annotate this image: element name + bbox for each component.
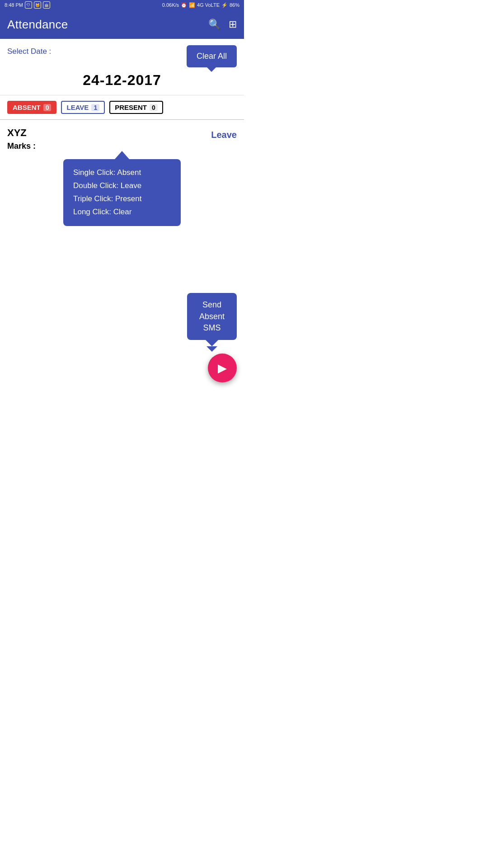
main-content: Select Date : Clear All 24-12-2017 ABSEN… [0,39,244,401]
present-badge[interactable]: PRESENT 0 [109,101,163,114]
clear-all-button[interactable]: Clear All [187,45,237,67]
student-info: XYZ Marks : [7,127,36,151]
app-title: Attendance [7,18,68,32]
tooltip-wrapper: Single Click: Absent Double Click: Leave… [0,159,244,226]
app-icon-3: 🤖 [43,1,50,9]
student-name: XYZ [7,127,36,139]
status-right: 0.06K/s ⏰ 📶 4G VoLTE ⚡ 86% [162,2,239,8]
status-wifi-icon: 📶 [189,2,195,8]
leave-label: LEAVE [66,104,89,111]
student-row: XYZ Marks : Leave [0,120,244,155]
status-battery: 86% [230,2,239,8]
select-date-row: Select Date : Clear All [0,39,244,69]
date-display[interactable]: 24-12-2017 [83,72,161,89]
tooltip-line2: Double Click: Leave [73,179,171,193]
send-fab-button[interactable]: ▶ [208,354,237,382]
leave-count: 1 [91,104,99,111]
grid-icon[interactable]: ⊞ [229,19,237,30]
status-alarm-icon: ⏰ [181,2,187,8]
status-time: 8:48 PM [5,2,23,8]
present-label: PRESENT [115,104,147,111]
status-bar: 8:48 PM 🛡 🐱 🤖 0.06K/s ⏰ 📶 4G VoLTE ⚡ 86% [0,0,244,10]
tooltip-line3: Triple Click: Present [73,193,171,206]
app-bar: Attendance 🔍 ⊞ [0,10,244,39]
student-marks: Marks : [7,142,36,151]
send-sms-wrapper: SendAbsentSMS [187,293,237,346]
date-display-row: 24-12-2017 [0,69,244,95]
send-sms-inner: SendAbsentSMS [187,293,237,346]
send-icon: ▶ [218,361,227,375]
tooltip-arrow-up [115,151,129,159]
select-date-label: Select Date : [7,47,51,56]
tooltip-line4: Long Click: Clear [73,206,171,219]
status-network: 0.06K/s [162,2,179,8]
absent-badge[interactable]: ABSENT 0 [7,101,56,114]
search-icon[interactable]: 🔍 [208,19,221,30]
tooltip-box: Single Click: Absent Double Click: Leave… [63,159,181,226]
tooltip-line1: Single Click: Absent [73,166,171,179]
app-icon-2: 🐱 [34,1,41,9]
absent-count: 0 [43,104,52,111]
app-icon-1: 🛡 [25,1,32,9]
sms-tooltip-arrow [206,340,218,346]
absent-label: ABSENT [13,104,41,111]
present-count: 0 [150,104,158,111]
app-bar-actions: 🔍 ⊞ [208,19,237,30]
leave-badge[interactable]: LEAVE 1 [61,101,105,114]
status-left: 8:48 PM 🛡 🐱 🤖 [5,1,50,9]
status-signal: 4G VoLTE [197,2,220,8]
send-absent-sms-button[interactable]: SendAbsentSMS [187,293,237,340]
student-status[interactable]: Leave [211,130,237,140]
badges-row: ABSENT 0 LEAVE 1 PRESENT 0 [0,95,244,119]
status-bolt-icon: ⚡ [221,2,228,8]
clear-all-wrapper: Clear All [187,45,237,67]
